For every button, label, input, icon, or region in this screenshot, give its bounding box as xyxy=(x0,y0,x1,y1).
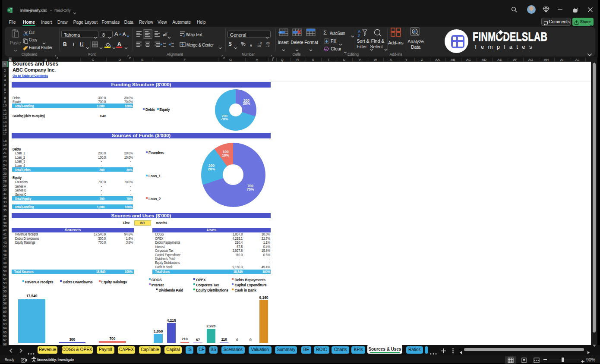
svg-text:A: A xyxy=(358,29,361,34)
svg-text:Z: Z xyxy=(358,34,360,38)
svg-text:ab: ab xyxy=(163,33,167,37)
svg-text:x: x xyxy=(8,9,10,12)
